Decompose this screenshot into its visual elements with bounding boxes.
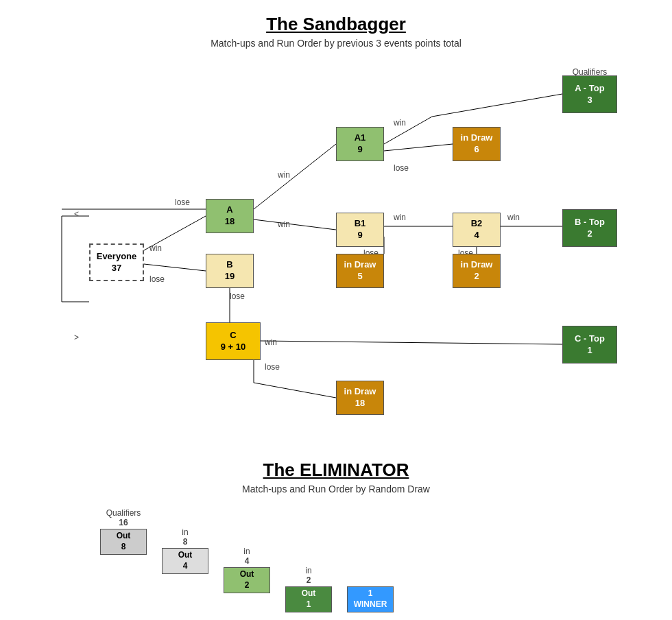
elim-col1-header: Qualifiers xyxy=(96,508,151,518)
svg-line-6 xyxy=(254,219,336,230)
elim-col-5: 1 WINNER xyxy=(343,585,398,614)
annot-lose-c: lose xyxy=(265,362,280,372)
elim-col-2: in 8 Out 4 xyxy=(158,527,213,575)
annot-win-b2: win xyxy=(507,213,520,222)
elim-box-out1: Out 1 xyxy=(285,586,332,612)
svg-line-17 xyxy=(261,341,562,344)
elim-col2-num: 8 xyxy=(158,537,213,547)
box-indraw6: in Draw 6 xyxy=(453,127,501,161)
box-indraw5: in Draw 5 xyxy=(336,254,384,288)
box-qual-b: B - Top 2 xyxy=(562,209,617,247)
elim-col-1: Qualifiers 16 Out 8 xyxy=(96,508,151,556)
elim-col3-header: in xyxy=(219,547,274,556)
annot-gt: > xyxy=(74,333,79,342)
svg-line-1 xyxy=(144,264,206,271)
elim-col2-header: in xyxy=(158,527,213,537)
elim-box-out4: Out 4 xyxy=(162,548,208,574)
eliminator-subtitle: Match-ups and Run Order by Random Draw xyxy=(0,484,672,494)
elim-box-out2: Out 2 xyxy=(224,567,270,593)
box-qual-a: A - Top 3 xyxy=(562,75,617,113)
svg-line-19 xyxy=(254,383,336,398)
annot-lt: < xyxy=(74,209,79,219)
elim-col-4: in 2 Out 1 xyxy=(281,566,336,614)
svg-line-7 xyxy=(384,117,432,144)
annot-lose-b: lose xyxy=(230,291,245,301)
svg-line-8 xyxy=(432,94,562,117)
elim-col-3: in 4 Out 2 xyxy=(219,547,274,595)
box-b: B 19 xyxy=(206,254,254,288)
annot-win-a-b1: win xyxy=(278,219,290,229)
annot-win-a-a1: win xyxy=(278,170,290,180)
sandbagger-section: The Sandbagger Match-ups and Run Order b… xyxy=(0,7,672,453)
box-a: A 18 xyxy=(206,199,254,233)
box-c: C 9 + 10 xyxy=(206,322,261,360)
annot-win-a1: win xyxy=(394,118,406,128)
elim-col4-header: in xyxy=(281,566,336,575)
box-b1: B1 9 xyxy=(336,213,384,247)
annot-lose-a1: lose xyxy=(394,163,409,173)
sandbagger-subtitle: Match-ups and Run Order by previous 3 ev… xyxy=(0,38,672,49)
box-b2: B2 4 xyxy=(453,213,501,247)
sandbagger-title: The Sandbagger xyxy=(0,7,672,35)
annot-win-everyone-a: win xyxy=(149,243,162,253)
elim-col4-num: 2 xyxy=(281,575,336,585)
svg-line-9 xyxy=(384,144,453,151)
eliminator-section: The ELIMINATOR Match-ups and Run Order b… xyxy=(0,453,672,620)
svg-line-5 xyxy=(254,144,336,209)
main-container: The Sandbagger Match-ups and Run Order b… xyxy=(0,0,672,620)
elim-box-out8: Out 8 xyxy=(100,529,147,555)
annot-win-b1: win xyxy=(394,213,406,222)
elim-col1-num1: 16 xyxy=(96,518,151,527)
elim-bracket: Qualifiers 16 Out 8 in 8 Out 4 in 4 xyxy=(96,508,672,620)
annot-win-c: win xyxy=(265,337,277,347)
box-everyone: Everyone 37 xyxy=(89,243,144,281)
annot-lose-everyone: lose xyxy=(149,274,165,284)
eliminator-title: The ELIMINATOR xyxy=(0,460,672,481)
box-a1: A1 9 xyxy=(336,127,384,161)
elim-box-winner: 1 WINNER xyxy=(347,586,394,612)
box-qual-c: C - Top 1 xyxy=(562,326,617,363)
elim-col3-num: 4 xyxy=(219,556,274,566)
box-indraw2: in Draw 2 xyxy=(453,254,501,288)
box-indraw18: in Draw 18 xyxy=(336,381,384,415)
annot-lose-a: lose xyxy=(175,198,190,207)
